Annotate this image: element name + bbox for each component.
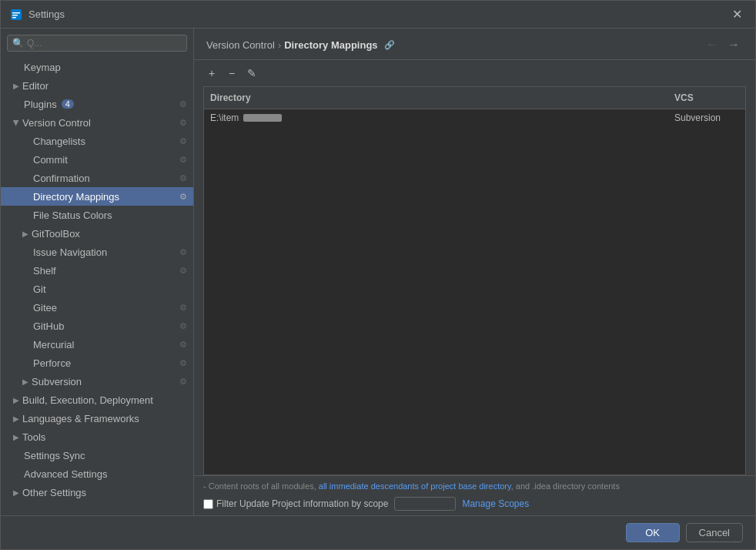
nav-forward-button[interactable]: →	[724, 36, 743, 53]
sidebar-item-label: Commit	[33, 154, 68, 166]
breadcrumb-parent[interactable]: Version Control	[206, 39, 275, 51]
nav-buttons: ← →	[703, 36, 743, 53]
sidebar-item-commit[interactable]: Commit⚙	[1, 150, 193, 169]
dialog-title: Settings	[28, 8, 728, 20]
sidebar-item-label: Shelf	[33, 265, 56, 277]
cancel-button[interactable]: Cancel	[686, 523, 743, 542]
sidebar-item-subversion[interactable]: ▶Subversion⚙	[1, 372, 193, 391]
sidebar-item-label: Confirmation	[33, 173, 90, 184]
sidebar-item-directory-mappings[interactable]: Directory Mappings⚙	[1, 187, 193, 206]
sidebar-item-label: Languages & Frameworks	[22, 413, 139, 424]
app-icon	[10, 8, 22, 21]
filter-checkbox[interactable]	[203, 499, 213, 509]
search-input[interactable]	[27, 38, 182, 49]
sidebar-item-version-control[interactable]: ▶Version Control⚙	[1, 113, 193, 132]
all-descendants-link[interactable]: all immediate descendants of project bas…	[319, 481, 511, 491]
sidebar-item-label: Perforce	[33, 357, 71, 369]
gear-icon: ⚙	[179, 266, 187, 276]
arrow-icon: ▶	[13, 414, 19, 423]
sidebar-item-tools[interactable]: ▶Tools	[1, 428, 193, 446]
arrow-icon: ▶	[13, 82, 19, 90]
footer-note: - Content roots of all modules, all imme…	[203, 481, 746, 492]
table-body: E:\item Subversion	[204, 109, 745, 475]
sidebar-item-label: Subversion	[32, 376, 82, 387]
svg-rect-1	[12, 12, 20, 14]
sidebar-item-languages-frameworks[interactable]: ▶Languages & Frameworks	[1, 409, 193, 428]
remove-mapping-button[interactable]: −	[223, 65, 240, 82]
sidebar-item-label: Gitee	[33, 302, 57, 314]
sidebar-item-issue-navigation[interactable]: Issue Navigation⚙	[1, 243, 193, 261]
sidebar-item-perforce[interactable]: Perforce⚙	[1, 354, 193, 372]
breadcrumb-current: Directory Mappings	[284, 39, 377, 51]
sidebar-item-label: Other Settings	[22, 487, 86, 498]
gear-icon: ⚙	[179, 173, 187, 183]
plugins-badge: 4	[62, 99, 74, 109]
sidebar-item-label: File Status Colors	[33, 210, 112, 221]
sidebar-item-plugins[interactable]: Plugins4⚙	[1, 95, 193, 113]
sidebar-item-label: Issue Navigation	[33, 246, 107, 258]
add-mapping-button[interactable]: +	[203, 65, 220, 82]
filter-label: Filter Update Project information by sco…	[216, 498, 388, 509]
sidebar-item-confirmation[interactable]: Confirmation⚙	[1, 169, 193, 187]
directory-cell: E:\item	[204, 111, 668, 125]
arrow-icon: ▶	[13, 396, 19, 404]
gear-icon: ⚙	[179, 118, 187, 128]
settings-dialog: Settings ✕ 🔍 Keymap▶EditorPlugins4⚙▶Vers…	[0, 0, 756, 550]
link-icon: 🔗	[384, 40, 395, 50]
sidebar-item-mercurial[interactable]: Mercurial⚙	[1, 335, 193, 354]
sidebar-item-gittoolbox[interactable]: ▶GitToolBox	[1, 224, 193, 243]
gear-icon: ⚙	[179, 340, 187, 350]
ok-button[interactable]: OK	[626, 523, 680, 542]
arrow-icon: ▶	[13, 488, 19, 497]
redacted-path	[243, 114, 282, 122]
sidebar-item-file-status-colors[interactable]: File Status Colors	[1, 206, 193, 224]
gear-icon: ⚙	[179, 192, 187, 202]
sidebar-item-editor[interactable]: ▶Editor	[1, 76, 193, 95]
gear-icon: ⚙	[179, 377, 187, 387]
sidebar-item-label: Settings Sync	[24, 450, 85, 461]
column-header-vcs: VCS	[668, 90, 745, 106]
svg-rect-2	[12, 15, 18, 16]
sidebar-item-label: Build, Execution, Deployment	[22, 394, 153, 406]
titlebar: Settings ✕	[1, 1, 755, 29]
breadcrumb-separator: ›	[278, 39, 281, 51]
arrow-icon: ▶	[22, 377, 28, 386]
gear-icon: ⚙	[179, 99, 187, 109]
sidebar-item-shelf[interactable]: Shelf⚙	[1, 261, 193, 280]
main-content: 🔍 Keymap▶EditorPlugins4⚙▶Version Control…	[1, 29, 755, 515]
nav-back-button[interactable]: ←	[703, 36, 721, 53]
svg-rect-3	[12, 17, 16, 18]
sidebar-item-changelists[interactable]: Changelists⚙	[1, 132, 193, 150]
sidebar-item-label: Mercurial	[33, 339, 74, 350]
sidebar-item-gitee[interactable]: Gitee⚙	[1, 298, 193, 317]
sidebar-item-settings-sync[interactable]: Settings Sync	[1, 446, 193, 464]
sidebar-item-other-settings[interactable]: ▶Other Settings	[1, 483, 193, 501]
sidebar-item-label: GitToolBox	[32, 228, 80, 240]
sidebar-item-label: Plugins	[24, 99, 57, 110]
arrow-icon: ▶	[12, 119, 21, 126]
gear-icon: ⚙	[179, 358, 187, 368]
right-panel: Version Control › Directory Mappings 🔗 ←…	[194, 29, 755, 515]
sidebar-item-advanced-settings[interactable]: Advanced Settings	[1, 464, 193, 483]
table-row[interactable]: E:\item Subversion	[204, 109, 745, 126]
sidebar-item-label: Version Control	[22, 117, 91, 129]
edit-mapping-button[interactable]: ✎	[243, 65, 260, 82]
manage-scopes-link[interactable]: Manage Scopes	[462, 498, 529, 509]
search-box[interactable]: 🔍	[7, 35, 187, 52]
panel-footer: - Content roots of all modules, all imme…	[194, 475, 755, 515]
sidebar-item-build-execution[interactable]: ▶Build, Execution, Deployment	[1, 391, 193, 409]
sidebar-item-github[interactable]: GitHub⚙	[1, 317, 193, 335]
sidebar: 🔍 Keymap▶EditorPlugins4⚙▶Version Control…	[1, 29, 194, 515]
vcs-cell: Subversion	[668, 111, 745, 125]
gear-icon: ⚙	[179, 247, 187, 257]
sidebar-item-label: Tools	[22, 431, 45, 443]
scope-select[interactable]	[394, 497, 456, 511]
toolbar: + − ✎	[194, 60, 755, 86]
sidebar-item-git[interactable]: Git	[1, 280, 193, 298]
arrow-icon: ▶	[13, 433, 19, 441]
sidebar-item-keymap[interactable]: Keymap	[1, 58, 193, 76]
arrow-icon: ▶	[22, 230, 28, 238]
sidebar-item-label: Git	[33, 283, 46, 295]
close-button[interactable]: ✕	[728, 5, 746, 24]
gear-icon: ⚙	[179, 321, 187, 331]
